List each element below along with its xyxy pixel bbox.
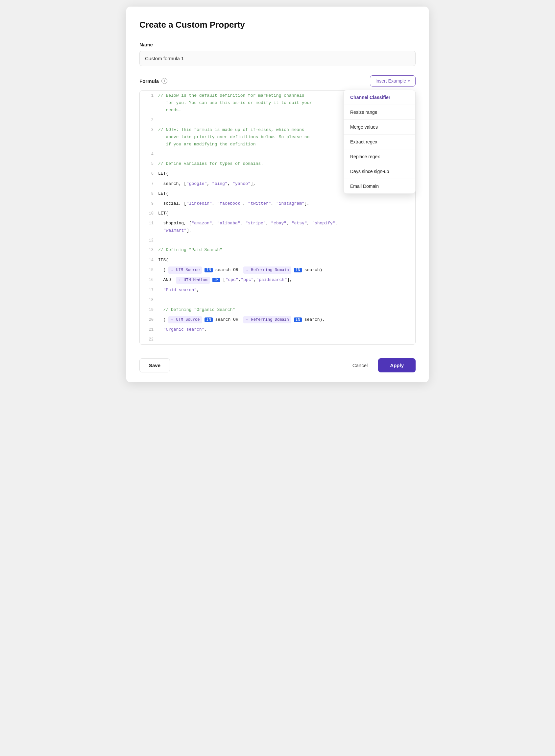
code-line-9: 9 social, ["linkedin", "facebook", "twit… [140,199,415,208]
name-label: Name [139,42,416,47]
line-content-17: "Paid search", [158,285,415,295]
formula-label: Formula [139,78,159,84]
create-custom-property-modal: Create a Custom Property Name Formula i … [126,7,429,382]
line-content-10: LET( [158,208,415,218]
line-number-22: 22 [140,334,158,344]
line-number-16: 16 [140,275,158,285]
line-content-14: IFS( [158,255,415,265]
dropdown-item-channel-classifier[interactable]: Channel Classifier [344,90,415,105]
formula-header: Formula i Insert Example ▾ Channel Class… [139,75,416,86]
line-number-3: 3 [140,125,158,134]
code-line-13: 13 // Defining "Paid Search" [140,245,415,255]
line-number-15: 15 [140,265,158,275]
code-line-12: 12 [140,236,415,245]
code-line-11: 11 shopping, ["amazon", "alibaba", "stri… [140,218,415,236]
name-input[interactable] [139,51,416,66]
line-number-9: 9 [140,199,158,208]
info-icon[interactable]: i [162,78,167,84]
code-line-18: 18 [140,295,415,305]
line-number-7: 7 [140,179,158,189]
dropdown-item-merge-values[interactable]: Merge values [344,120,415,134]
line-content-19: // Defining "Organic Search" [158,305,415,315]
dropdown-item-extract-regex[interactable]: Extract regex [344,134,415,149]
line-content-22 [158,334,415,337]
chevron-down-icon: ▾ [408,79,410,83]
line-number-20: 20 [140,315,158,324]
footer-right-actions: Cancel Apply [347,358,416,372]
line-content-20: ( ⇒ UTM Source IN search OR ⇒ Referring … [158,315,415,325]
line-number-14: 14 [140,255,158,265]
line-number-6: 6 [140,169,158,178]
line-content-21: "Organic search", [158,325,415,334]
line-number-1: 1 [140,91,158,100]
modal-footer: Save Cancel Apply [139,353,416,372]
line-number-8: 8 [140,189,158,198]
dropdown-item-resize-range[interactable]: Resize range [344,105,415,120]
line-number-5: 5 [140,159,158,168]
cancel-button[interactable]: Cancel [347,359,373,372]
line-number-13: 13 [140,245,158,254]
line-content-11: shopping, ["amazon", "alibaba", "stripe"… [158,218,415,236]
code-line-10: 10 LET( [140,208,415,218]
line-number-18: 18 [140,295,158,305]
line-number-21: 21 [140,325,158,334]
line-content-9: social, ["linkedin", "facebook", "twitte… [158,199,415,208]
line-number-2: 2 [140,115,158,125]
line-number-11: 11 [140,218,158,228]
dropdown-item-days-since-signup[interactable]: Days since sign-up [344,164,415,179]
apply-button[interactable]: Apply [378,358,416,372]
insert-example-button[interactable]: Insert Example ▾ [370,75,416,86]
code-line-19: 19 // Defining "Organic Search" [140,305,415,315]
line-content-15: ( ⇒ UTM Source IN search OR ⇒ Referring … [158,265,415,275]
formula-label-group: Formula i [139,78,167,84]
line-content-12 [158,236,415,238]
code-line-20: 20 ( ⇒ UTM Source IN search OR ⇒ Referri… [140,315,415,325]
modal-title: Create a Custom Property [139,20,416,30]
code-line-15: 15 ( ⇒ UTM Source IN search OR ⇒ Referri… [140,265,415,275]
line-number-10: 10 [140,208,158,218]
insert-example-dropdown: Channel Classifier Resize range Merge va… [343,90,416,194]
line-content-18 [158,295,415,298]
line-content-13: // Defining "Paid Search" [158,245,415,255]
code-line-16: 16 AND ⇒ UTM Medium IN ["cpc","ppc","pai… [140,275,415,285]
code-line-22: 22 [140,334,415,344]
dropdown-item-email-domain[interactable]: Email Domain [344,179,415,193]
insert-example-label: Insert Example [376,78,406,84]
dropdown-item-replace-regex[interactable]: Replace regex [344,149,415,164]
code-line-17: 17 "Paid search", [140,285,415,295]
line-number-19: 19 [140,305,158,315]
save-button[interactable]: Save [139,358,170,372]
line-number-4: 4 [140,149,158,159]
code-line-14: 14 IFS( [140,255,415,265]
code-line-21: 21 "Organic search", [140,325,415,334]
line-number-17: 17 [140,285,158,295]
line-number-12: 12 [140,236,158,245]
line-content-16: AND ⇒ UTM Medium IN ["cpc","ppc","paidse… [158,275,415,285]
